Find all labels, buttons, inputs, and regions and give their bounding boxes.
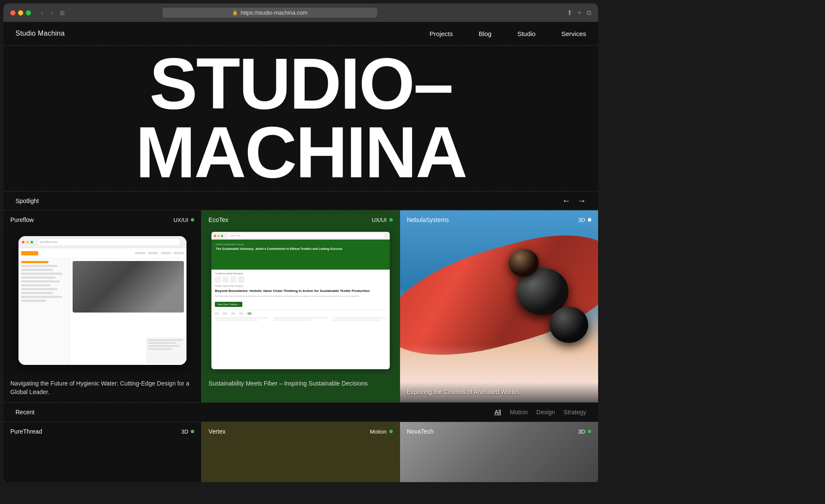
sidebar-item (21, 284, 51, 286)
recent-card-purethread-title: PureThread (10, 428, 42, 435)
ecotex-breadcrumb: Emma's Sustainable Journey (216, 243, 385, 246)
nav-link-blog[interactable]: Blog (479, 30, 492, 37)
dot-minimize[interactable] (18, 10, 23, 15)
recent-filters: All Motion Design Strategy (495, 409, 586, 416)
ecotex-cert-icons (215, 276, 386, 282)
nav-link-studio[interactable]: Studio (517, 30, 536, 37)
nav-link-projects[interactable]: Projects (430, 30, 453, 37)
filter-motion[interactable]: Motion (510, 409, 528, 416)
card-ecotex[interactable]: EcoTex UX/UI (202, 210, 400, 402)
spotlight-next-button[interactable]: → (578, 196, 586, 206)
num-02: 02 (223, 312, 227, 316)
mockup-main-image (73, 261, 184, 313)
cert-icon (215, 276, 221, 282)
dot-green-indicator (389, 218, 393, 222)
card-pureflow-image: pureflow.com (3, 228, 201, 373)
url-text: https://studio-machina.com (241, 9, 307, 16)
ecotex-hero-title: The Sustainable Visionary: Javier's Comm… (216, 247, 385, 251)
forward-button[interactable]: › (49, 9, 55, 17)
mockup-nav-link (135, 252, 145, 254)
card-ecotex-header: EcoTex UX/UI (202, 210, 399, 228)
back-button[interactable]: ‹ (40, 9, 45, 17)
recent-card-purethread-tag: 3D (181, 428, 195, 435)
footer-col (215, 317, 269, 321)
ecotex-mockup: ecotex.com Emma's Sustainable Journey Th… (211, 232, 389, 369)
recent-card-novatech[interactable]: NovaTech 3D (400, 422, 598, 482)
dot-green (191, 430, 194, 433)
nebula-orb-small (509, 249, 539, 277)
nav-link-services[interactable]: Services (561, 30, 586, 37)
mockup-card-overlay (146, 337, 185, 363)
card-ecotex-image: ecotex.com Emma's Sustainable Journey Th… (202, 228, 399, 373)
footer-line (332, 317, 386, 319)
overlay-line (148, 342, 176, 344)
card-pureflow-tag: UX/UI (174, 217, 195, 223)
browser-actions: ⬆ + ⧉ (567, 9, 591, 17)
footer-line (332, 319, 381, 321)
recent-card-vertex-header: Vertex Motion (202, 422, 399, 439)
card-nebulasystems[interactable]: NebulaSystems 3D (400, 210, 598, 402)
nebula-bg (400, 210, 598, 402)
nav-links: Projects Blog Studio Services (430, 30, 586, 37)
overlay-line (148, 348, 172, 350)
sidebar-item (21, 280, 60, 282)
footer-line (273, 317, 327, 319)
filter-design[interactable]: Design (536, 409, 555, 416)
recent-card-purethread[interactable]: PureThread 3D (3, 422, 202, 482)
footer-line (215, 317, 269, 319)
card-pureflow[interactable]: Pureflow UX/UI pureflow.com (3, 210, 202, 402)
tab-icon: ⊞ (60, 9, 65, 16)
filter-all[interactable]: All (495, 409, 501, 416)
share-button[interactable]: ⬆ (567, 9, 572, 17)
hero-title: STUDIO–MACHINA (3, 50, 598, 187)
ecotex-body-text: Embracing holistic value chain thinking,… (215, 295, 386, 298)
card-nebulasystems-description: Exploring the Cosmos of Animated Worlds (407, 388, 591, 397)
dot-green (389, 430, 393, 433)
lock-icon: 🔒 (232, 10, 238, 15)
dot-close[interactable] (10, 10, 15, 15)
card-pureflow-footer: Navigating the Future of Hygienic Water:… (3, 373, 201, 402)
cert-icon (230, 276, 236, 282)
footer-col (273, 317, 327, 321)
spotlight-prev-button[interactable]: ← (562, 196, 571, 206)
mockup-sidebar (18, 258, 70, 365)
card-nebulasystems-header: NebulaSystems 3D (400, 210, 598, 228)
mockup-nav-link (174, 252, 184, 254)
mockup-nav (18, 248, 186, 258)
recent-card-novatech-header: NovaTech 3D (400, 422, 598, 439)
card-nebulasystems-tag: 3D (578, 217, 591, 223)
dot (221, 235, 223, 237)
filter-strategy[interactable]: Strategy (564, 409, 586, 416)
nav-logo[interactable]: Studio Machina (15, 30, 65, 37)
recent-card-vertex-title: Vertex (208, 428, 226, 435)
overlay-line (148, 339, 183, 341)
ecotex-cta-button[interactable]: View Chain Thinking → (215, 302, 242, 307)
spotlight-label: Spotlight (15, 197, 39, 204)
mockup-logo (21, 251, 38, 255)
recent-card-vertex-tag: Motion (370, 428, 393, 435)
dot (217, 235, 220, 237)
mockup-content (18, 258, 186, 365)
mockup-dot-red (22, 241, 24, 243)
website: Studio Machina Projects Blog Studio Serv… (3, 22, 598, 482)
tabs-button[interactable]: ⧉ (587, 9, 591, 17)
dot-maximize[interactable] (26, 10, 31, 15)
address-bar[interactable]: 🔒 https://studio-machina.com (162, 8, 377, 18)
mockup-nav-link (148, 252, 158, 254)
ecotex-main-title: Beyond Boundaries: Holistic Value Chain … (215, 289, 386, 293)
card-ecotex-title: EcoTex (208, 216, 228, 223)
new-tab-button[interactable]: + (578, 9, 581, 17)
recent-card-novatech-title: NovaTech (407, 428, 434, 435)
card-pureflow-description: Navigating the Future of Hygienic Water:… (10, 380, 194, 396)
dot (214, 235, 216, 237)
recent-card-vertex[interactable]: Vertex Motion (202, 422, 400, 482)
overlay-line (148, 345, 180, 347)
num-03: 03 (231, 312, 235, 316)
sidebar-item (21, 269, 53, 271)
ecotex-cert: Certified by Global Standards (215, 272, 386, 275)
browser-chrome: ‹ › ⊞ 🔒 https://studio-machina.com ⬆ + ⧉… (3, 3, 598, 482)
dot-green (588, 430, 591, 433)
browser-dots (10, 10, 31, 15)
mockup-main (70, 258, 186, 365)
recent-cards-grid: PureThread 3D Vertex Motion (3, 422, 598, 482)
